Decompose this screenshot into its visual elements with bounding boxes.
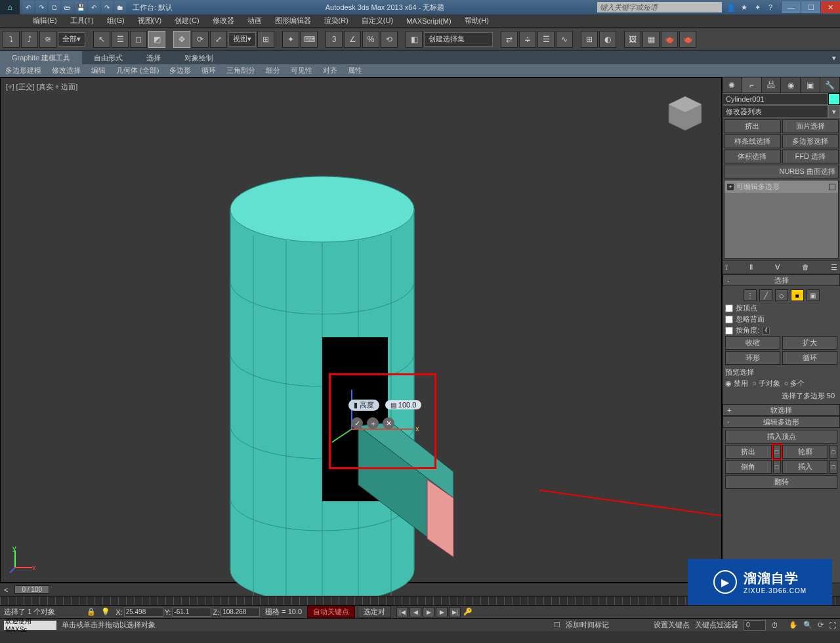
ribbon-tris[interactable]: 三角剖分 (221, 66, 261, 75)
exchange-icon[interactable]: ✦ (752, 2, 763, 12)
time-tag-icon[interactable]: ☐ (554, 621, 560, 629)
select-by-name-icon[interactable]: ☰ (112, 31, 129, 48)
rollout-editpoly-header[interactable]: -编辑多边形 (723, 416, 840, 428)
time-config-icon[interactable]: ⏱ (771, 621, 778, 629)
render-frame-icon[interactable]: ▦ (642, 31, 660, 48)
qat-redo2-icon[interactable]: ↷ (101, 1, 113, 13)
caddy-apply-icon[interactable]: ＋ (367, 417, 379, 429)
preview-disable-radio[interactable]: ◉ 禁用 (725, 379, 748, 388)
edit-named-sel-icon[interactable]: ◧ (406, 31, 423, 48)
spinner-snap-icon[interactable]: ⟲ (381, 31, 398, 48)
menu-edit[interactable]: 编辑(E) (26, 16, 64, 26)
ribbon-visibility[interactable]: 可见性 (285, 66, 318, 75)
caddy-ok-icon[interactable]: ✓ (351, 417, 363, 429)
modifier-stack[interactable]: + 可编辑多边形 (724, 180, 839, 259)
nav-pan-icon[interactable]: ✋ (789, 621, 798, 629)
ribbon-tab-selection[interactable]: 选择 (135, 51, 173, 64)
maximize-button[interactable]: ☐ (801, 1, 820, 13)
manipulate-icon[interactable]: ✦ (282, 31, 299, 48)
inset-button[interactable]: 插入 (782, 460, 829, 474)
subobj-border-icon[interactable]: ◇ (775, 289, 788, 301)
menu-create[interactable]: 创建(C) (168, 16, 205, 26)
ref-coord-system[interactable]: 视图 ▾ (228, 32, 256, 47)
mirror-icon[interactable]: ⇄ (501, 31, 518, 48)
isolation-icon[interactable]: 💡 (101, 608, 110, 616)
subobj-edge-icon[interactable]: ╱ (759, 289, 772, 301)
named-selection-sets[interactable]: 创建选择集 (424, 32, 493, 47)
menu-help[interactable]: 帮助(H) (458, 16, 495, 26)
angle-snap-icon[interactable]: ∠ (344, 31, 361, 48)
by-angle-checkbox[interactable] (725, 327, 733, 335)
qat-open-icon[interactable]: 🗁 (62, 1, 74, 13)
caddy-cancel-icon[interactable]: ✕ (383, 417, 394, 429)
tab-hierarchy-icon[interactable]: 品 (762, 77, 782, 93)
rotate-icon[interactable]: ⟳ (192, 31, 209, 48)
keyfilter-button[interactable]: 关键点过滤器 (695, 620, 738, 630)
setkey-button[interactable]: 设置关键点 (654, 620, 690, 630)
coord-y-input[interactable] (172, 608, 211, 617)
preview-subobj-radio[interactable]: ○ 子对象 (752, 379, 780, 388)
preset-polysel[interactable]: 多边形选择 (782, 135, 839, 148)
help-search-input[interactable]: 键入关键字或短语 (597, 2, 722, 12)
subobj-vertex-icon[interactable]: ⋮ (744, 289, 757, 301)
modstack-editable-poly[interactable]: + 可编辑多边形 (724, 180, 838, 193)
snap-3d-icon[interactable]: 3 (326, 31, 343, 48)
by-vertex-checkbox[interactable] (725, 304, 733, 312)
schematic-view-icon[interactable]: ⊞ (581, 31, 598, 48)
material-editor-icon[interactable]: ◐ (599, 31, 616, 48)
app-icon[interactable]: ⌂ (0, 0, 20, 14)
menu-views[interactable]: 视图(V) (131, 16, 169, 26)
modifier-list[interactable]: 修改器列表▾ (723, 105, 840, 118)
bevel-settings-button[interactable]: □ (773, 460, 781, 474)
scale-icon[interactable]: ⤢ (210, 31, 227, 48)
show-end-icon[interactable]: Ⅱ (749, 263, 753, 272)
make-unique-icon[interactable]: ∀ (775, 263, 780, 272)
ignore-back-checkbox[interactable] (725, 316, 733, 323)
outline-button[interactable]: 轮廓 (782, 445, 829, 459)
modstack-expand-icon[interactable]: + (727, 184, 734, 190)
menu-modifiers[interactable]: 修改器 (206, 16, 241, 26)
preview-multi-radio[interactable]: ○ 多个 (784, 379, 805, 388)
angle-spinner[interactable] (762, 327, 770, 335)
percent-snap-icon[interactable]: % (362, 31, 379, 48)
rollout-selection-header[interactable]: -选择 (723, 274, 840, 286)
caddy-height-input[interactable]: ▤ 100.0 (385, 400, 421, 409)
ribbon-edit[interactable]: 编辑 (86, 66, 111, 75)
nav-orbit-icon[interactable]: ⟳ (818, 621, 824, 629)
tab-motion-icon[interactable]: ◉ (781, 77, 801, 93)
subobj-polygon-icon[interactable]: ■ (791, 289, 804, 301)
use-center-icon[interactable]: ⊞ (257, 31, 274, 48)
rollout-softsel-header[interactable]: +软选择 (723, 404, 840, 416)
preset-splinesel[interactable]: 样条线选择 (724, 135, 781, 148)
ribbon-polygons[interactable]: 多边形 (164, 66, 196, 75)
signin-icon[interactable]: 👤 (726, 2, 736, 12)
workspace-selector[interactable]: 工作台: 默认 (133, 3, 173, 12)
link-icon[interactable]: ⤵ (3, 31, 20, 48)
menu-tools[interactable]: 工具(T) (64, 16, 100, 26)
remove-mod-icon[interactable]: 🗑 (802, 263, 809, 271)
tab-utilities-icon[interactable]: 🔧 (820, 77, 840, 93)
viewcube[interactable] (662, 91, 708, 137)
menu-maxscript[interactable]: MAXScript(M) (400, 17, 457, 25)
nav-zoom-icon[interactable]: 🔍 (803, 621, 812, 629)
insert-vertex-button[interactable]: 插入顶点 (725, 430, 837, 444)
inset-settings-button[interactable]: □ (830, 460, 837, 474)
selection-filter[interactable]: 全部 ▾ (58, 32, 85, 47)
time-prev-icon[interactable]: < (4, 586, 8, 594)
ribbon-tab-graphite[interactable]: Graphite 建模工具 (0, 51, 82, 64)
subobj-element-icon[interactable]: ▣ (807, 289, 820, 301)
render-icon[interactable]: 🫖 (661, 31, 678, 48)
ribbon-align[interactable]: 对齐 (318, 66, 343, 75)
ribbon-subdiv[interactable]: 细分 (261, 66, 285, 75)
bind-spacewarp-icon[interactable]: ≋ (39, 31, 56, 48)
outline-settings-button[interactable]: □ (830, 445, 837, 459)
tab-create-icon[interactable]: ✺ (723, 77, 742, 93)
maxscript-listener[interactable]: 欢迎使用 MAXSc (4, 621, 56, 630)
preset-volsel[interactable]: 体积选择 (724, 150, 781, 163)
minimize-button[interactable]: — (781, 1, 801, 13)
menu-grapheditors[interactable]: 图形编辑器 (268, 16, 318, 26)
close-button[interactable]: ✕ (820, 1, 840, 13)
menu-animation[interactable]: 动画 (241, 16, 268, 26)
shrink-button[interactable]: 收缩 (725, 336, 780, 350)
qat-save-icon[interactable]: 💾 (75, 1, 87, 13)
